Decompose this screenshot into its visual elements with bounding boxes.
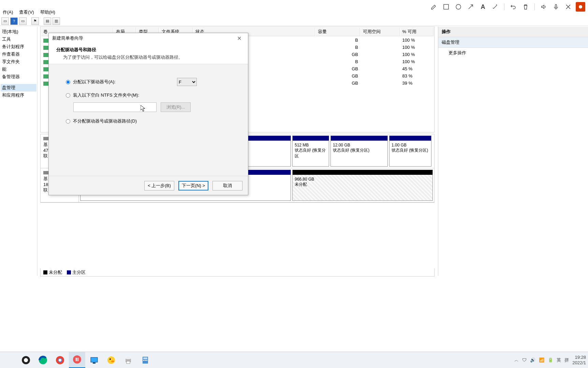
taskbar-monitor-icon[interactable] [86,352,102,368]
actions-pane: 操作 磁盘管理 更多操作 [438,27,588,276]
actions-category[interactable]: 磁盘管理 [438,37,588,48]
nav-item[interactable]: 件查看器 [1,51,36,58]
menu-action[interactable]: 作(A) [3,9,13,15]
tray-time: 19:28 [572,355,586,360]
nav-item[interactable]: 和应用程序 [1,91,36,99]
legend-unallocated: 未分配 [43,269,62,275]
radio-assign-letter[interactable] [66,80,70,84]
nav-item[interactable]: 理(本地) [1,28,36,36]
wizard-subheading: 为了便于访问，可以给磁盘分区分配驱动器号或驱动器路径。 [56,54,240,60]
label-assign-letter: 分配以下驱动器号(A): [73,79,116,85]
actions-more[interactable]: 更多操作 [438,48,588,58]
new-volume-wizard-dialog: 新建简单卷向导 ✕ 分配驱动器号和路径 为了便于访问，可以给磁盘分区分配驱动器号… [48,33,248,195]
part-status: 未分配 [295,182,430,187]
tray-volume-icon[interactable]: 🔊 [530,357,535,363]
next-button[interactable]: 下一页(N) > [178,181,208,190]
tray-ime-mode[interactable]: 拼 [564,357,569,363]
tray-security-icon[interactable]: 🛡 [522,357,527,363]
record-icon[interactable] [576,2,585,12]
circle-icon[interactable] [454,2,463,12]
partition-recovery-3[interactable]: 1.00 GB 状态良好 (恢复分区) [389,136,431,167]
taskbar-duck-icon[interactable] [103,352,119,368]
toolbar-btn-1[interactable]: ▭ [1,17,9,25]
tray-ime-lang[interactable]: 英 [557,357,561,363]
part-size: 512 MB [295,143,327,147]
svg-point-1 [456,4,461,9]
part-size: 966.80 GB [295,177,430,182]
part-status: 状态良好 (恢复分区 [295,147,327,159]
tray-chevron-icon[interactable]: ︿ [514,357,519,363]
svg-rect-14 [93,363,95,364]
menu-bar: 作(A) 查看(V) 帮助(H) [0,8,55,16]
col-pct[interactable]: % 可用 [400,28,433,36]
arrow-icon[interactable] [466,2,475,12]
svg-point-15 [107,356,115,364]
tray-date: 2022/1 [572,360,586,366]
taskbar-chrome-icon[interactable] [52,352,68,368]
toolbar-btn-6[interactable]: ▥ [53,17,60,25]
nav-item[interactable]: 务计划程序 [1,43,36,51]
square-icon[interactable] [441,2,451,12]
wand-icon[interactable] [490,2,500,12]
radio-no-assign[interactable] [66,119,70,124]
taskbar-edge-icon[interactable] [35,352,51,368]
nav-item[interactable]: 工具 [1,36,36,43]
toolbar-btn-4[interactable]: ⚑ [31,17,39,25]
partition-unallocated[interactable]: 966.80 GB 未分配 [292,170,433,201]
annotation-toolbar: A [426,0,588,14]
taskbar-calc-icon[interactable] [137,352,153,368]
legend: 未分配 主分区 [40,268,435,277]
speaker-icon[interactable] [539,2,548,12]
label-no-assign: 不分配驱动器号或驱动器路径(D) [73,118,137,124]
tray-wifi-icon[interactable]: 📶 [539,357,544,363]
trash-icon[interactable] [521,2,530,12]
toolbar-btn-5[interactable]: ▤ [44,17,51,25]
taskbar: ︿ 🛡 🔊 📶 🔋 英 拼 19:28 2022/1 [0,352,588,368]
mount-path-input [73,102,157,112]
partition-recovery-2[interactable]: 12.00 GB 状态良好 (恢复分区) [330,136,388,167]
svg-rect-18 [127,357,130,359]
part-status: 状态良好 (恢复分区) [333,147,385,153]
pencil-icon[interactable] [429,2,439,12]
part-status: 状态良好 (恢复分区) [392,147,429,153]
drive-letter-select[interactable]: F [177,78,197,86]
tray-battery-icon[interactable]: 🔋 [548,357,553,363]
taskbar-app-icon[interactable] [69,352,85,368]
taskbar-obs-icon[interactable] [18,352,34,368]
svg-point-9 [59,359,61,362]
radio-mount-folder[interactable] [66,93,70,98]
legend-primary: 主分区 [67,269,86,275]
partition-recovery-1[interactable]: 512 MB 状态良好 (恢复分区 [292,136,329,167]
text-icon[interactable]: A [478,2,488,12]
close-icon[interactable] [563,2,573,12]
taskbar-start[interactable] [1,352,17,368]
svg-rect-24 [146,360,147,361]
col-free[interactable]: 可用空间 [361,28,400,36]
toolbar: ▭ ? ▭ ⚑ ▤ ▥ [0,16,588,26]
svg-point-10 [73,355,81,364]
nav-item[interactable]: 备管理器 [1,73,36,81]
menu-view[interactable]: 查看(V) [19,9,34,15]
svg-point-3 [579,5,582,9]
toolbar-btn-help[interactable]: ? [10,17,18,25]
undo-icon[interactable] [509,2,518,12]
svg-rect-21 [143,357,147,359]
svg-rect-11 [76,358,77,361]
part-size: 12.00 GB [333,143,385,147]
toolbar-btn-3[interactable]: ▭ [19,17,27,25]
nav-item[interactable]: 能 [1,66,36,73]
svg-rect-2 [555,4,557,8]
nav-item[interactable]: 享文件夹 [1,58,36,66]
mic-icon[interactable] [551,2,561,12]
tray-clock[interactable]: 19:28 2022/1 [572,355,586,365]
taskbar-print-icon[interactable] [120,352,136,368]
nav-item-disk-management[interactable]: 盘管理 [1,84,36,91]
wizard-heading: 分配驱动器号和路径 [56,47,240,53]
col-capacity[interactable]: 容量 [316,28,360,36]
menu-help[interactable]: 帮助(H) [40,9,55,15]
svg-rect-13 [91,357,98,362]
svg-rect-22 [143,360,144,361]
wizard-close-button[interactable]: ✕ [234,35,245,42]
cancel-button[interactable]: 取消 [212,181,242,190]
back-button[interactable]: < 上一步(B) [144,181,174,190]
